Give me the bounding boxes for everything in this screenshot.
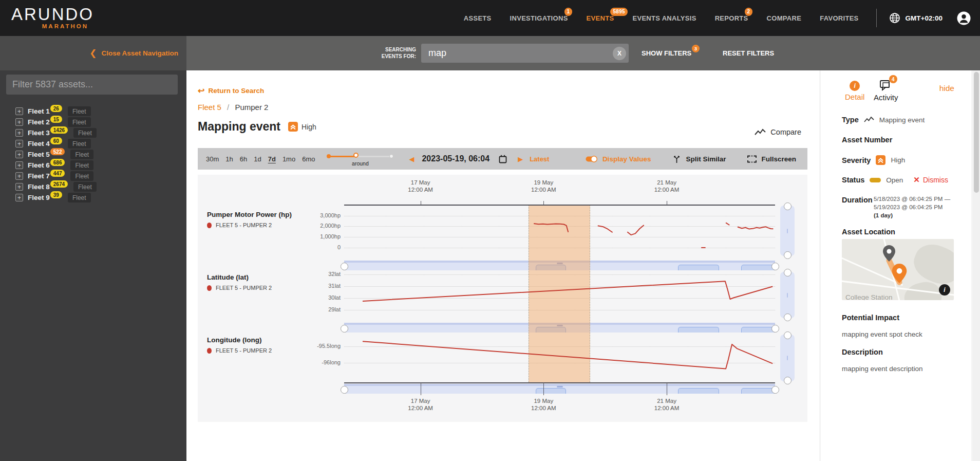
tab-detail[interactable]: i Detail <box>845 81 864 101</box>
show-filters-button[interactable]: SHOW FILTERS 3 <box>642 36 699 70</box>
nav-item-favorites[interactable]: FAVORITES <box>820 14 858 22</box>
x-icon: ✕ <box>913 175 920 185</box>
navigator-band[interactable] <box>344 386 775 394</box>
asset-location-map[interactable]: College Station i <box>842 239 954 300</box>
expand-plus-icon[interactable]: + <box>15 151 23 158</box>
fleet-count-badge: 447 <box>50 170 65 177</box>
expand-plus-icon[interactable]: + <box>15 118 23 126</box>
latest-button[interactable]: Latest <box>530 155 549 163</box>
series-line-chart <box>344 334 775 382</box>
logo[interactable]: ARUNDO MARATHON <box>11 5 88 29</box>
range-1mo[interactable]: 1mo <box>282 155 295 163</box>
range-30m[interactable]: 30m <box>206 155 219 163</box>
x-tick-label-bottom: 21 May12:00 AM <box>654 397 680 412</box>
navigator-handle-right[interactable] <box>771 386 779 394</box>
map-info-button[interactable]: i <box>939 284 950 296</box>
asset-filter-input[interactable] <box>6 75 178 95</box>
series-dot-icon <box>207 285 212 291</box>
range-1h[interactable]: 1h <box>225 155 233 163</box>
nav-item-investigations[interactable]: INVESTIGATIONS1 <box>510 14 568 22</box>
scrollbar-thumb[interactable] <box>974 72 979 193</box>
x-tick-label-bottom: 19 May12:00 AM <box>531 397 556 412</box>
nav-item-reports[interactable]: REPORTS2 <box>715 14 748 22</box>
expand-plus-icon[interactable]: + <box>15 194 23 201</box>
y-zoom-handle-bottom[interactable] <box>784 377 791 384</box>
panel-legend: FLEET 5 - PUMPER 2 <box>207 222 272 228</box>
line-chart-icon <box>755 128 766 136</box>
navigator-handle-left[interactable] <box>341 325 348 333</box>
y-zoom-handle-bottom[interactable] <box>784 251 791 259</box>
fleet-type-tag: Fleet <box>68 117 91 127</box>
nav-item-events[interactable]: EVENTS5895 <box>587 14 614 22</box>
slider-handle[interactable] <box>353 153 359 158</box>
split-similar-button[interactable]: Split Similar <box>672 155 726 163</box>
navigator-handle-left[interactable] <box>341 386 348 394</box>
sidebar-fleet-row[interactable]: +Fleet 215Fleet <box>0 117 186 127</box>
range-7d[interactable]: 7d <box>268 155 276 163</box>
fleet-type-tag: Fleet <box>70 171 93 181</box>
user-menu[interactable] <box>957 11 971 25</box>
sidebar-fleet-row[interactable]: +Fleet 6686Fleet <box>0 160 186 171</box>
y-zoom-handle-top[interactable] <box>784 202 791 210</box>
expand-plus-icon[interactable]: + <box>15 183 23 191</box>
tab-activity[interactable]: 4 Activity <box>874 79 898 102</box>
range-6mo[interactable]: 6mo <box>302 155 315 163</box>
y-zoom-handle-bottom[interactable] <box>784 314 791 321</box>
nav-item-compare[interactable]: COMPARE <box>767 14 802 22</box>
fleet-type-tag: Fleet <box>68 106 91 116</box>
y-zoom-slider[interactable] <box>780 206 795 256</box>
info-icon: i <box>850 81 860 91</box>
sidebar-fleet-row[interactable]: +Fleet 126Fleet <box>0 106 186 117</box>
range-6h[interactable]: 6h <box>240 155 247 163</box>
expand-plus-icon[interactable]: + <box>15 161 23 169</box>
y-zoom-handle-top[interactable] <box>784 269 791 276</box>
expand-plus-icon[interactable]: + <box>15 140 23 147</box>
close-asset-navigation[interactable]: ❮ Close Asset Navigation <box>0 36 186 70</box>
avatar-icon <box>957 11 971 25</box>
sidebar-fleet-row[interactable]: +Fleet 7447Fleet <box>0 171 186 181</box>
y-tick-label: -96long <box>302 359 341 365</box>
nav-item-events-analysis[interactable]: EVENTS ANALYSIS <box>632 14 696 22</box>
range-1d[interactable]: 1d <box>254 155 261 163</box>
y-tick-label: 1,000hp <box>302 233 341 239</box>
navigator-handle-right[interactable] <box>771 325 779 333</box>
y-zoom-slider[interactable] <box>780 272 795 318</box>
around-slider[interactable]: around <box>327 156 393 167</box>
display-values-toggle[interactable]: Display Values <box>586 155 651 163</box>
fullscreen-button[interactable]: Fullscreen <box>747 155 796 163</box>
fleet-name: Fleet 3 <box>28 129 50 137</box>
fleet-type-tag: Fleet <box>70 160 93 170</box>
timezone-label: GMT+02:00 <box>906 14 943 22</box>
sidebar-fleet-row[interactable]: +Fleet 460Fleet <box>0 138 186 149</box>
clear-search-button[interactable]: X <box>613 47 626 60</box>
y-zoom-handle-top[interactable] <box>784 331 791 339</box>
sidebar-fleet-row[interactable]: +Fleet 5522Fleet <box>0 149 186 160</box>
sidebar-fleet-row[interactable]: +Fleet 939Fleet <box>0 192 186 203</box>
expand-plus-icon[interactable]: + <box>15 107 23 115</box>
x-tick-bottom <box>543 382 544 395</box>
navigator-grip[interactable] <box>557 386 563 388</box>
nav-item-assets[interactable]: ASSETS <box>464 14 492 22</box>
expand-plus-icon[interactable]: + <box>15 129 23 137</box>
series-label: FLEET 5 - PUMPER 2 <box>216 222 272 228</box>
previous-period-button[interactable]: ◀ <box>409 155 414 163</box>
hide-panel-link[interactable]: hide <box>939 84 954 93</box>
return-to-search-link[interactable]: ↩ Return to Search <box>198 86 264 96</box>
sidebar-fleet-row[interactable]: +Fleet 31426Fleet <box>0 127 186 138</box>
current-date[interactable]: 2023-05-19, 06:04 <box>422 154 489 163</box>
calendar-icon[interactable] <box>499 155 507 163</box>
expand-plus-icon[interactable]: + <box>15 172 23 180</box>
fleet-name: Fleet 2 <box>28 118 50 126</box>
next-period-button[interactable]: ▶ <box>518 155 523 163</box>
dismiss-button[interactable]: ✕ Dismiss <box>913 175 948 185</box>
y-zoom-slider[interactable] <box>780 335 795 381</box>
event-search-input[interactable] <box>421 44 629 63</box>
compare-button[interactable]: Compare <box>755 128 801 136</box>
navigator-handle-left[interactable] <box>341 263 348 270</box>
sidebar-fleet-row[interactable]: +Fleet 82674Fleet <box>0 181 186 192</box>
breadcrumb-fleet[interactable]: Fleet 5 <box>198 103 221 112</box>
timezone-selector[interactable]: GMT+02:00 <box>889 12 943 24</box>
navigator-handle-right[interactable] <box>771 263 779 270</box>
y-tick-label: -95.5long <box>302 343 341 349</box>
reset-filters-button[interactable]: RESET FILTERS <box>723 36 774 70</box>
